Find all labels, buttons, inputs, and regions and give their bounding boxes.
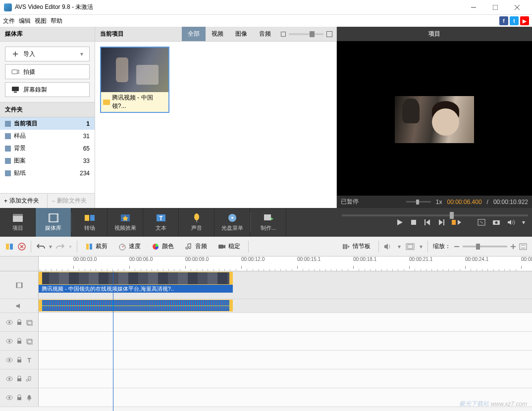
capture-button[interactable]: 拍摄 — [5, 64, 90, 79]
chevron-down-icon[interactable]: ▾ — [69, 243, 72, 250]
delete-folder-button[interactable]: −删除文件夹 — [48, 194, 95, 208]
trim-button[interactable]: 裁剪 — [82, 240, 110, 253]
menu-help[interactable]: 帮助 — [51, 17, 62, 25]
svg-rect-25 — [452, 220, 456, 225]
seek-slider[interactable] — [342, 214, 528, 216]
zoom-in-icon[interactable] — [510, 244, 516, 250]
eye-icon[interactable] — [6, 338, 13, 345]
lock-icon[interactable] — [16, 319, 23, 326]
youtube-icon[interactable]: ▶ — [520, 16, 529, 25]
text-track[interactable] — [39, 351, 532, 369]
disc-icon — [226, 213, 238, 223]
clip-label: 腾讯视频 - 中国领先的在线视频媒体平台,海里高清视?.. — [39, 285, 233, 293]
svg-rect-37 — [343, 244, 345, 249]
speed-value: 1x — [436, 199, 442, 206]
text-tab[interactable]: T 文本 — [143, 208, 179, 237]
chevron-down-icon[interactable]: ▾ — [49, 243, 52, 250]
svg-point-28 — [495, 221, 498, 224]
total-time: 00:00:10.922 — [493, 199, 528, 206]
import-button[interactable]: 导入 ▾ — [5, 47, 90, 61]
main-audio-track[interactable] — [39, 299, 532, 312]
folder-item-current[interactable]: 当前项目 1 — [0, 117, 95, 130]
chevron-down-icon[interactable]: ▾ — [398, 243, 401, 250]
thumbnail-large-icon[interactable] — [326, 31, 332, 37]
overlay-track-1[interactable] — [39, 313, 532, 331]
lock-icon[interactable] — [16, 394, 23, 401]
folder-item-stickers[interactable]: 贴纸 234 — [0, 167, 95, 179]
facebook-icon[interactable]: f — [499, 16, 508, 25]
video-clip[interactable] — [39, 272, 233, 285]
twitter-icon[interactable]: t — [510, 16, 519, 25]
thumbnail-zoom-slider[interactable] — [289, 33, 323, 35]
eye-icon[interactable] — [6, 319, 13, 326]
screen-record-button[interactable]: 屏幕錄製 — [5, 82, 90, 97]
text-track-icon: T — [26, 357, 33, 363]
timeline-zoom-slider[interactable] — [463, 246, 507, 248]
project-tab[interactable]: 项目 — [0, 208, 36, 237]
storyboard-icon — [342, 243, 350, 251]
speed-slider[interactable] — [406, 201, 431, 203]
chevron-down-icon[interactable]: ▾ — [420, 243, 423, 250]
svg-rect-12 — [85, 215, 89, 221]
effects-tab[interactable]: 视频效果 — [107, 208, 143, 237]
folder-item-samples[interactable]: 样品 31 — [0, 130, 95, 142]
stabilize-button[interactable]: 稳定 — [215, 240, 243, 253]
audio-clip[interactable] — [39, 300, 233, 311]
undo-button[interactable] — [36, 243, 45, 251]
color-button[interactable]: 颜色 — [149, 240, 177, 253]
add-folder-button[interactable]: +添加文件夹 — [0, 194, 48, 208]
maximize-button[interactable] — [484, 0, 506, 15]
zoom-out-icon[interactable] — [454, 244, 460, 250]
audio-tab[interactable]: 声音 — [179, 208, 214, 237]
lock-icon[interactable] — [16, 375, 23, 382]
disc-menu-tab[interactable]: 光盘菜单 — [214, 208, 250, 237]
svg-rect-47 — [21, 283, 22, 288]
split-button[interactable] — [5, 242, 14, 251]
svg-point-59 — [8, 359, 10, 361]
checkbox-icon — [5, 146, 11, 152]
media-tab-image[interactable]: 图像 — [229, 27, 253, 41]
media-thumbnail[interactable]: 腾讯视频 - 中国领?... — [100, 47, 169, 113]
storyboard-button[interactable]: 情节板 — [339, 240, 373, 253]
library-tab[interactable]: 媒体库 — [36, 208, 71, 237]
aspect-button[interactable] — [406, 243, 415, 250]
svg-rect-29 — [6, 244, 9, 250]
eye-icon[interactable] — [6, 375, 13, 382]
close-button[interactable] — [506, 0, 528, 15]
media-tab-all[interactable]: 全部 — [182, 27, 206, 41]
audio-edit-button[interactable]: 音频 — [182, 240, 210, 253]
redo-button[interactable] — [56, 243, 65, 251]
media-tab-video[interactable]: 视频 — [206, 27, 229, 41]
video-track[interactable]: 腾讯视频 - 中国领先的在线视频媒体平台,海里高清视?.. — [39, 271, 532, 299]
checkbox-icon — [5, 121, 11, 127]
speed-button[interactable]: 速度 — [115, 240, 144, 253]
media-tab-audio[interactable]: 音频 — [253, 27, 277, 41]
folder-item-patterns[interactable]: 图案 33 — [0, 154, 95, 167]
produce-button[interactable]: 制作... — [251, 208, 286, 237]
svg-rect-32 — [86, 244, 89, 250]
voice-track[interactable] — [39, 388, 532, 407]
eye-icon[interactable] — [6, 394, 13, 401]
preview-viewport[interactable] — [337, 41, 532, 196]
menu-edit[interactable]: 编辑 — [19, 17, 31, 25]
menu-file[interactable]: 文件 — [3, 17, 15, 25]
eye-icon[interactable] — [6, 357, 13, 363]
svg-rect-55 — [17, 341, 21, 344]
svg-rect-4 — [12, 70, 17, 74]
svg-point-68 — [28, 395, 31, 399]
svg-rect-18 — [196, 220, 197, 222]
lock-icon[interactable] — [16, 338, 23, 345]
fit-zoom-icon[interactable] — [519, 243, 527, 250]
volume-track-button[interactable] — [384, 243, 393, 251]
lock-icon[interactable] — [16, 357, 23, 363]
minimize-button[interactable] — [463, 0, 484, 15]
svg-rect-21 — [264, 214, 271, 220]
folder-item-backgrounds[interactable]: 背景 65 — [0, 142, 95, 154]
transition-tab[interactable]: 转场 — [72, 208, 107, 237]
timeline-ruler[interactable]: 00:00:03.000:00:06.000:00:09.000:00:12.0… — [39, 257, 532, 271]
thumbnail-small-icon[interactable] — [281, 32, 286, 37]
delete-button[interactable] — [18, 243, 26, 251]
overlay-track-2[interactable] — [39, 332, 532, 350]
music-track[interactable] — [39, 369, 532, 388]
menu-view[interactable]: 视图 — [35, 17, 47, 25]
